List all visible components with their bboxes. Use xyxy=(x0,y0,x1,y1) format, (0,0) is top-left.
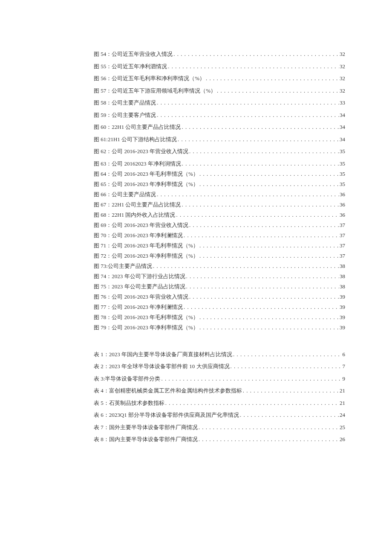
toc-dots xyxy=(231,363,342,369)
toc-entry-label: 图 58： xyxy=(94,100,112,105)
toc-entry-label: 表 8： xyxy=(94,436,109,442)
toc-dots xyxy=(161,376,341,381)
toc-entry-page: 37 xyxy=(340,222,345,228)
toc-dots xyxy=(168,64,339,69)
toc-entry-page: 34 xyxy=(340,124,345,130)
toc-entry-label: 图 78： xyxy=(94,314,112,320)
toc-entry-page: 36 xyxy=(340,202,345,207)
toc-entry-title: 公司 2016-2023 年营业收入情况 xyxy=(112,222,188,228)
toc-entry-title: 公司主要产品情况 xyxy=(108,263,152,269)
figure-toc-entry[interactable]: 图 77：公司 2016-2023 年净利澜情况39 xyxy=(94,304,345,310)
figure-toc-entry[interactable]: 图 64：公司 2016-2023 年毛利率情况（%）35 xyxy=(94,171,345,177)
toc-entry-label: 图 70： xyxy=(94,232,112,238)
toc-dots xyxy=(199,181,339,187)
toc-dots xyxy=(199,314,339,320)
toc-entry-title: 2023Q1 部分半导体设备零部件供应商及国产化率情况 xyxy=(109,412,239,418)
table-toc-entry[interactable]: 表 1：2023 年国内主要半导体设备厂商直接材料占比情况 6 xyxy=(94,352,345,357)
figure-toc-entry[interactable]: 图 59：公司主要客户情况34 xyxy=(94,112,345,118)
table-toc-entry[interactable]: 表 5：石英制品技术参数指标 21 xyxy=(94,400,345,406)
tables-toc-section: 表 1：2023 年国内主要半导体设备厂商直接材料占比情况 6表 2：2023 … xyxy=(94,352,345,442)
toc-entry-label: 图 76： xyxy=(94,294,112,299)
figure-toc-entry[interactable]: 图 71：公司 2016-2023 年毛利率情况（%）37 xyxy=(94,243,345,248)
toc-entry-title: 公司 2016-2023 年营业收入情况 xyxy=(112,294,188,299)
toc-entry-label: 图 64： xyxy=(94,171,112,177)
toc-entry-page: 9 xyxy=(343,376,346,381)
toc-dots xyxy=(186,284,339,289)
toc-entry-title: 国外主要半导体设备零部件厂商情况 xyxy=(109,424,198,430)
figure-toc-entry[interactable]: 图 78：公司 2016-2023 年毛利率情况（%）39 xyxy=(94,314,345,320)
figure-toc-entry[interactable]: 图 58：公司主要产品情况33 xyxy=(94,100,345,105)
toc-entry-page: 32 xyxy=(340,88,345,93)
toc-entry-title: 公司近五年营业收入情况 xyxy=(112,51,173,57)
figure-toc-entry[interactable]: 图 69：公司 2016-2023 年营业收入情况37 xyxy=(94,222,345,228)
toc-entry-title: 公司 2016-2023 年毛利率情况（%） xyxy=(112,314,199,320)
toc-entry-page: 32 xyxy=(340,64,345,69)
table-toc-entry[interactable]: 表 4：富创精密机械类金属工艺件和金属结构件技术参数指标 21 xyxy=(94,388,345,393)
figure-toc-entry[interactable]: 图 67：22H1 公司主要产品占比情况 36 xyxy=(94,202,345,207)
figure-toc-entry[interactable]: 图 73:公司主要产品情况38 xyxy=(94,263,345,269)
figure-toc-entry[interactable]: 图 68：22H1 国内外收入占比情况 36 xyxy=(94,212,345,218)
figure-toc-entry[interactable]: 图 62：公司 2016-2023 年营业收入情况35 xyxy=(94,148,345,154)
figure-toc-entry[interactable]: 图 70：公司 2016-2023 年净利澜情况37 xyxy=(94,232,345,238)
figure-toc-entry[interactable]: 图 63：公司 20162023 年净利润情况35 xyxy=(94,161,345,166)
toc-entry-page: 25 xyxy=(340,424,345,430)
toc-dots xyxy=(173,51,339,57)
toc-entry-title: 2023 年全球半导体设备零部件前 10 大供应商情况 xyxy=(109,363,230,369)
figure-toc-entry[interactable]: 图 56：公司近五年毛利率和净利率情况（%）32 xyxy=(94,76,345,81)
figure-toc-entry[interactable]: 图 54：公司近五年营业收入情况32 xyxy=(94,51,345,57)
table-toc-entry[interactable]: 表 2：2023 年全球半导体设备零部件前 10 大供应商情况7 xyxy=(94,363,345,369)
toc-dots xyxy=(184,232,339,238)
toc-dots xyxy=(153,263,339,269)
toc-entry-title: 富创精密机械类金属工艺件和金属结构件技术参数指标 xyxy=(109,388,242,393)
toc-entry-page: 6 xyxy=(343,352,346,357)
toc-entry-title: 公司 2016-2023 年毛利率情况（%） xyxy=(112,243,199,248)
figure-toc-entry[interactable]: 图 60： 22H1 公司主要产品占比情况34 xyxy=(94,124,345,130)
toc-dots xyxy=(178,137,339,142)
toc-entry-title: 2023 年公司下游行业占比情况 xyxy=(112,273,185,279)
toc-entry-label: 图 72： xyxy=(94,253,112,259)
toc-dots xyxy=(184,304,339,310)
toc-entry-label: 表 2： xyxy=(94,363,109,369)
toc-entry-label: 图 61: xyxy=(94,137,108,142)
figure-toc-entry[interactable]: 图 61: 21H1 公司下游结构占比情况34 xyxy=(94,137,345,142)
toc-entry-title: 公司 2016-2023 年净利澜情况 xyxy=(112,304,183,310)
toc-entry-page: 36 xyxy=(340,192,345,197)
toc-entry-label: 图 59： xyxy=(94,112,112,118)
toc-entry-page: 35 xyxy=(340,161,345,166)
figure-toc-entry[interactable]: 图 76：公司 2016-2023 年营业收入情况39 xyxy=(94,294,345,299)
toc-entry-page: 33 xyxy=(340,100,345,105)
toc-dots xyxy=(233,352,342,357)
toc-entry-title: 21H1 公司下游结构占比情况 xyxy=(108,137,177,142)
toc-entry-page: 32 xyxy=(340,51,345,57)
figure-toc-entry[interactable]: 图 57：公司近五年下游应用领域毛利率情况（%）32 xyxy=(94,88,345,93)
figure-toc-entry[interactable]: 图 74： 2023 年公司下游行业占比情况38 xyxy=(94,273,345,279)
toc-entry-page: 39 xyxy=(340,325,345,330)
figure-toc-entry[interactable]: 图 79：公司 2016-2023 年净利率情况（%）39 xyxy=(94,325,345,330)
table-toc-entry[interactable]: 表 3:半导体设备零部件分类 9 xyxy=(94,376,345,381)
toc-entry-page: 39 xyxy=(340,314,345,320)
toc-entry-title: 公司 2016-2023 年毛利率情况（%） xyxy=(112,171,199,177)
toc-dots xyxy=(157,112,339,118)
toc-dots xyxy=(199,325,339,330)
toc-entry-label: 图 55： xyxy=(94,64,112,69)
figure-toc-entry[interactable]: 图 65：公司 2016-2023 年净利率情况（%）35 xyxy=(94,181,345,187)
toc-entry-label: 图 65： xyxy=(94,181,112,187)
toc-entry-title: 22H1 公司主要产品占比情况 xyxy=(112,124,181,130)
figure-toc-entry[interactable]: 图 72：公司 2016-2023 年净利率情况（%）37 xyxy=(94,253,345,259)
figure-toc-entry[interactable]: 图 55：公司近五年净利泗情况32 xyxy=(94,64,345,69)
table-toc-entry[interactable]: 表 7：国外主要半导体设备零部件厂商情况 25 xyxy=(94,424,345,430)
figure-toc-entry[interactable]: 图 66：公司主要产品情况36 xyxy=(94,192,345,197)
toc-entry-label: 图 73: xyxy=(94,263,108,269)
table-toc-entry[interactable]: 表 6：2023Q1 部分半导体设备零部件供应商及国产化率情况 24 xyxy=(94,412,345,418)
toc-entry-title: 公司 2016-2023 年净利澜情况 xyxy=(112,232,183,238)
toc-entry-page: 38 xyxy=(340,263,345,269)
toc-entry-page: 37 xyxy=(340,232,345,238)
toc-entry-label: 图 66： xyxy=(94,192,112,197)
toc-entry-label: 图 62： xyxy=(94,148,112,154)
toc-entry-title: 2023 年公司主要产品占比情况 xyxy=(112,284,185,289)
toc-dots xyxy=(182,161,339,166)
table-toc-entry[interactable]: 表 8：国内主要半导体设备零部件厂商情况 26 xyxy=(94,436,345,442)
figure-toc-entry[interactable]: 图 75： 2023 年公司主要产品占比情况38 xyxy=(94,284,345,289)
toc-entry-label: 表 1： xyxy=(94,352,109,357)
toc-entry-label: 图 75： xyxy=(94,284,112,289)
